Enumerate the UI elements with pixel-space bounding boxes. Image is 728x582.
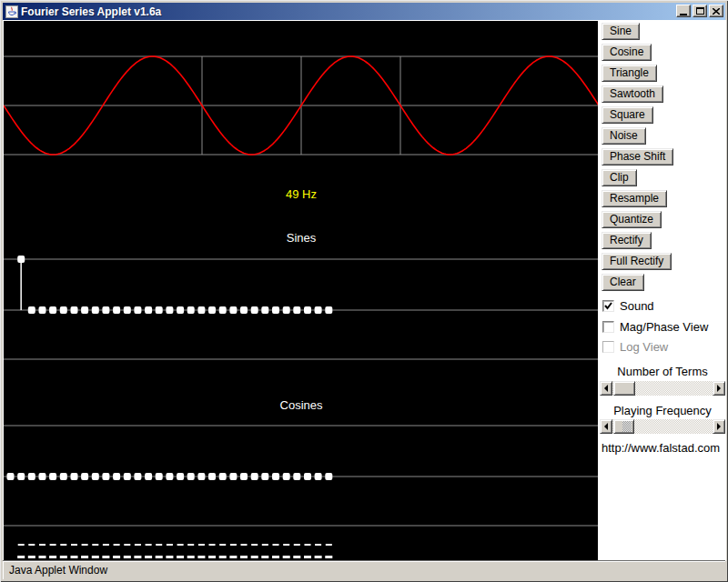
cosine-term-marker[interactable]	[39, 473, 46, 480]
sine-term-marker[interactable]	[28, 306, 35, 314]
checkbox-label: Log View	[620, 340, 668, 354]
quantize-button[interactable]: Quantize	[602, 211, 662, 228]
cosine-term-marker[interactable]	[145, 473, 152, 480]
cosine-term-marker[interactable]	[197, 473, 205, 480]
sine-term-marker[interactable]	[145, 306, 152, 314]
sine-term-marker[interactable]	[92, 306, 99, 314]
cosine-term-marker[interactable]	[7, 473, 15, 480]
sine-term-marker[interactable]	[49, 306, 56, 314]
sine-term-marker[interactable]	[177, 306, 184, 314]
scroll-right-button[interactable]	[713, 381, 725, 396]
cosine-term-marker[interactable]	[124, 473, 131, 480]
cosine-term-marker[interactable]	[17, 473, 25, 480]
sine-term-marker[interactable]	[156, 306, 163, 314]
sine-term-marker[interactable]	[304, 306, 311, 314]
sine-term-marker[interactable]	[71, 306, 78, 314]
cosine-term-marker[interactable]	[28, 473, 35, 480]
scroll-left-button[interactable]	[600, 419, 612, 434]
sine-term-marker[interactable]	[39, 306, 46, 314]
sine-term-marker[interactable]	[113, 306, 120, 314]
maximize-button[interactable]	[693, 5, 707, 17]
triangle-button[interactable]: Triangle	[602, 65, 657, 82]
cosine-term-marker[interactable]	[219, 473, 227, 480]
sound-checkbox[interactable]: Sound	[602, 299, 654, 312]
scroll-right-button[interactable]	[713, 419, 725, 434]
resample-button[interactable]: Resample	[602, 190, 667, 207]
close-button[interactable]	[709, 5, 723, 17]
sine-term-marker[interactable]	[325, 306, 332, 314]
cosine-term-marker[interactable]	[251, 473, 258, 480]
rectify-button[interactable]: Rectify	[602, 232, 652, 249]
sine-term-marker[interactable]	[17, 256, 25, 263]
mag-phase-view-checkbox[interactable]: Mag/Phase View	[602, 320, 708, 333]
sine-term-marker[interactable]	[124, 306, 131, 314]
sawtooth-button[interactable]: Sawtooth	[602, 85, 663, 103]
sine-term-marker[interactable]	[208, 306, 216, 314]
cosine-term-marker[interactable]	[102, 473, 109, 480]
phase-shift-button[interactable]: Phase Shift	[602, 148, 673, 166]
cosine-term-marker[interactable]	[240, 473, 248, 480]
cosine-term-marker[interactable]	[187, 473, 195, 480]
sine-term-marker[interactable]	[219, 306, 227, 314]
cosine-term-marker[interactable]	[177, 473, 184, 480]
dash-marker	[82, 544, 88, 546]
scroll-left-button[interactable]	[600, 381, 612, 396]
cosine-term-marker[interactable]	[325, 473, 332, 480]
sine-term-marker[interactable]	[166, 306, 173, 314]
dash-marker	[17, 556, 25, 558]
cosine-term-marker[interactable]	[166, 473, 173, 480]
sine-term-marker[interactable]	[293, 306, 300, 314]
sine-term-marker[interactable]	[240, 306, 248, 314]
cosine-term-marker[interactable]	[156, 473, 163, 480]
sine-term-marker[interactable]	[81, 306, 88, 314]
sine-term-marker[interactable]	[229, 306, 237, 314]
cosine-term-marker[interactable]	[71, 473, 78, 480]
right-arrow-icon	[717, 385, 721, 392]
sine-term-marker[interactable]	[134, 306, 141, 314]
cosine-term-marker[interactable]	[113, 473, 120, 480]
cosine-term-marker[interactable]	[49, 473, 56, 480]
sine-button[interactable]: Sine	[602, 23, 640, 40]
sine-term-marker[interactable]	[315, 306, 322, 314]
cosine-term-marker[interactable]	[315, 473, 322, 480]
playing-frequency-thumb[interactable]	[613, 419, 634, 434]
dash-marker	[219, 556, 227, 558]
number-of-terms-thumb[interactable]	[613, 381, 635, 396]
full-rectify-button[interactable]: Full Rectify	[602, 253, 672, 270]
website-label: http://www.falstad.com	[602, 441, 720, 455]
cosine-button[interactable]: Cosine	[602, 44, 652, 61]
scrollbar-track[interactable]	[612, 419, 713, 434]
cosine-term-marker[interactable]	[293, 473, 300, 480]
cosine-term-marker[interactable]	[208, 473, 216, 480]
minimize-button[interactable]	[676, 5, 691, 17]
clear-button[interactable]: Clear	[602, 274, 644, 291]
scrollbar-track[interactable]	[612, 381, 713, 396]
square-button[interactable]: Square	[602, 106, 653, 124]
log-view-checkbox[interactable]: Log View	[602, 340, 668, 353]
sine-term-marker[interactable]	[261, 306, 268, 314]
sine-term-marker[interactable]	[272, 306, 279, 314]
sine-term-marker[interactable]	[102, 306, 109, 314]
status-bar: Java Applet Window	[3, 560, 725, 579]
dash-marker	[251, 556, 258, 558]
sine-term-marker[interactable]	[187, 306, 195, 314]
noise-button[interactable]: Noise	[602, 127, 646, 145]
cosine-term-marker[interactable]	[283, 473, 290, 480]
cosine-term-marker[interactable]	[229, 473, 237, 480]
cosine-term-marker[interactable]	[261, 473, 268, 480]
cosine-term-marker[interactable]	[60, 473, 67, 480]
title-bar[interactable]: Fourier Series Applet v1.6a	[3, 3, 725, 20]
dash-marker	[293, 556, 300, 558]
sine-term-marker[interactable]	[197, 306, 205, 314]
checkbox-box	[602, 300, 614, 312]
sine-term-marker[interactable]	[251, 306, 258, 314]
cosine-term-marker[interactable]	[134, 473, 141, 480]
sine-term-marker[interactable]	[283, 306, 290, 314]
cosine-term-marker[interactable]	[304, 473, 311, 480]
cosine-term-marker[interactable]	[81, 473, 88, 480]
dash-marker	[92, 556, 99, 558]
cosine-term-marker[interactable]	[272, 473, 279, 480]
clip-button[interactable]: Clip	[602, 169, 637, 186]
sine-term-marker[interactable]	[60, 306, 67, 314]
cosine-term-marker[interactable]	[92, 473, 99, 480]
